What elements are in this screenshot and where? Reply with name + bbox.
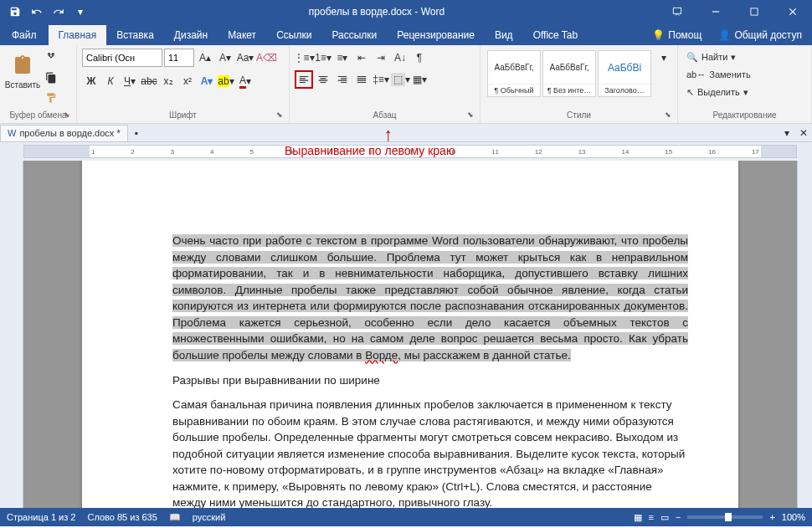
tab-file[interactable]: Файл — [0, 25, 49, 45]
paste-button[interactable]: Вставить — [5, 49, 40, 93]
tab-review[interactable]: Рецензирование — [387, 25, 485, 45]
share-button[interactable]: 👤Общий доступ — [708, 25, 812, 45]
tab-references[interactable]: Ссылки — [266, 25, 321, 45]
line-spacing-button[interactable]: ‡≡▾ — [372, 70, 390, 89]
decrease-indent-button[interactable]: ⇤ — [352, 49, 371, 67]
italic-button[interactable]: К — [101, 72, 120, 90]
paragraph-launcher[interactable]: ⬊ — [467, 110, 477, 120]
numbering-button[interactable]: 1≡▾ — [314, 49, 332, 67]
tab-view[interactable]: Вид — [485, 25, 523, 45]
increase-indent-button[interactable]: ⇥ — [372, 49, 390, 67]
tab-menu-button[interactable]: ▾ — [779, 125, 795, 141]
paragraph-3[interactable]: Самая банальная причина появления длинны… — [172, 397, 688, 508]
cursor-icon: ↖ — [686, 87, 694, 98]
ribbon-options-icon[interactable] — [658, 0, 696, 23]
group-editing-label: Редактирование — [681, 109, 808, 121]
justify-button[interactable] — [352, 70, 371, 89]
document-tab[interactable]: Wпробелы в ворде.docx * — [0, 125, 128, 141]
bold-button[interactable]: Ж — [82, 72, 100, 90]
group-clipboard-label: Буфер обмена — [3, 109, 73, 121]
status-page[interactable]: Страница 1 из 2 — [7, 512, 75, 522]
sort-button[interactable]: A↓ — [391, 49, 409, 67]
style-heading1[interactable]: АаБбВіЗаголово… — [598, 50, 651, 97]
superscript-button[interactable]: x² — [178, 72, 197, 90]
view-read-icon[interactable]: ▦ — [634, 512, 642, 523]
tab-close-button[interactable]: ✕ — [795, 125, 812, 141]
align-left-button[interactable] — [295, 70, 313, 89]
shading-button[interactable]: ⬚▾ — [391, 70, 409, 89]
borders-button[interactable]: ▦▾ — [410, 70, 429, 89]
view-print-icon[interactable]: ≡ — [649, 512, 654, 522]
zoom-slider[interactable] — [687, 515, 763, 519]
tab-home[interactable]: Главная — [49, 25, 107, 45]
find-button[interactable]: 🔍Найти▾ — [683, 49, 806, 65]
bulb-icon: 💡 — [652, 29, 665, 41]
zoom-in-button[interactable]: + — [769, 512, 774, 522]
styles-more-button[interactable]: ▾ — [655, 49, 673, 67]
svg-rect-0 — [673, 8, 681, 13]
redo-icon[interactable] — [49, 2, 69, 22]
person-icon: 👤 — [718, 29, 731, 41]
status-language[interactable]: русский — [193, 512, 225, 522]
save-icon[interactable] — [5, 2, 25, 22]
svg-rect-2 — [751, 8, 758, 15]
align-center-button[interactable] — [314, 70, 332, 89]
subscript-button[interactable]: x₂ — [159, 72, 177, 90]
zoom-out-button[interactable]: − — [676, 512, 681, 522]
cut-button[interactable] — [42, 49, 60, 67]
new-tab-button[interactable]: ▪ — [128, 125, 145, 141]
clipboard-launcher[interactable]: ⬊ — [64, 110, 74, 120]
font-launcher[interactable]: ⬊ — [276, 110, 286, 120]
replace-icon: ab↔ — [686, 69, 706, 79]
underline-button[interactable]: Ч▾ — [121, 72, 139, 90]
replace-button[interactable]: ab↔Заменить — [683, 66, 806, 83]
styles-launcher[interactable]: ⬊ — [665, 110, 675, 120]
search-icon: 🔍 — [686, 52, 698, 63]
copy-button[interactable] — [42, 69, 60, 87]
format-painter-button[interactable] — [42, 89, 60, 107]
decrease-font-button[interactable]: A▾ — [216, 49, 234, 67]
close-icon[interactable] — [773, 0, 812, 23]
font-color-button[interactable]: A▾ — [236, 72, 254, 90]
group-font-label: Шрифт — [80, 109, 285, 121]
view-web-icon[interactable]: ▭ — [660, 512, 669, 523]
undo-icon[interactable] — [27, 2, 47, 22]
vertical-ruler[interactable] — [0, 161, 23, 508]
paragraph-1[interactable]: Очень часто при работе с текстом в прогр… — [172, 233, 688, 364]
clear-format-button[interactable]: A⌫ — [256, 49, 277, 67]
style-normal[interactable]: АаБбВвГг,¶ Обычный — [487, 50, 541, 97]
font-size-input[interactable] — [164, 49, 194, 67]
tab-layout[interactable]: Макет — [218, 25, 266, 45]
arrow-up-icon: ↑ — [321, 126, 455, 144]
strikethrough-button[interactable]: abc — [140, 72, 158, 90]
status-proofing-icon[interactable]: 📖 — [169, 512, 181, 523]
zoom-level[interactable]: 100% — [782, 512, 805, 522]
increase-font-button[interactable]: A▴ — [196, 49, 214, 67]
paragraph-2[interactable]: Разрывы при выравнивании по ширине — [172, 372, 688, 389]
svg-rect-1 — [712, 11, 719, 12]
styles-gallery[interactable]: АаБбВвГг,¶ Обычный АаБбВвГг,¶ Без инте… … — [486, 49, 653, 99]
minimize-icon[interactable] — [696, 0, 735, 23]
highlight-button[interactable]: ab▾ — [217, 72, 235, 90]
clipboard-icon — [9, 52, 36, 79]
page-viewport[interactable]: Очень часто при работе с текстом в прогр… — [23, 161, 797, 508]
align-right-button[interactable] — [333, 70, 352, 89]
tab-design[interactable]: Дизайн — [164, 25, 218, 45]
word-icon: W — [8, 128, 16, 138]
show-marks-button[interactable]: ¶ — [410, 49, 429, 67]
vertical-scrollbar[interactable] — [797, 161, 812, 508]
tab-officetab[interactable]: Office Tab — [523, 25, 588, 45]
select-button[interactable]: ↖Выделить▾ — [683, 84, 806, 100]
tab-insert[interactable]: Вставка — [106, 25, 164, 45]
tab-mailings[interactable]: Рассылки — [321, 25, 387, 45]
font-name-input[interactable] — [82, 49, 162, 67]
status-words[interactable]: Слово 85 из 635 — [87, 512, 157, 522]
qat-dropdown-icon[interactable]: ▾ — [70, 2, 90, 22]
change-case-button[interactable]: Aa▾ — [236, 49, 254, 67]
maximize-icon[interactable] — [735, 0, 773, 23]
text-effects-button[interactable]: A▾ — [198, 72, 216, 90]
multilevel-button[interactable]: ≡▾ — [333, 49, 352, 67]
bullets-button[interactable]: ⋮≡▾ — [295, 49, 313, 67]
style-nospacing[interactable]: АаБбВвГг,¶ Без инте… — [542, 50, 596, 97]
tell-me[interactable]: 💡Помощ — [645, 25, 708, 45]
